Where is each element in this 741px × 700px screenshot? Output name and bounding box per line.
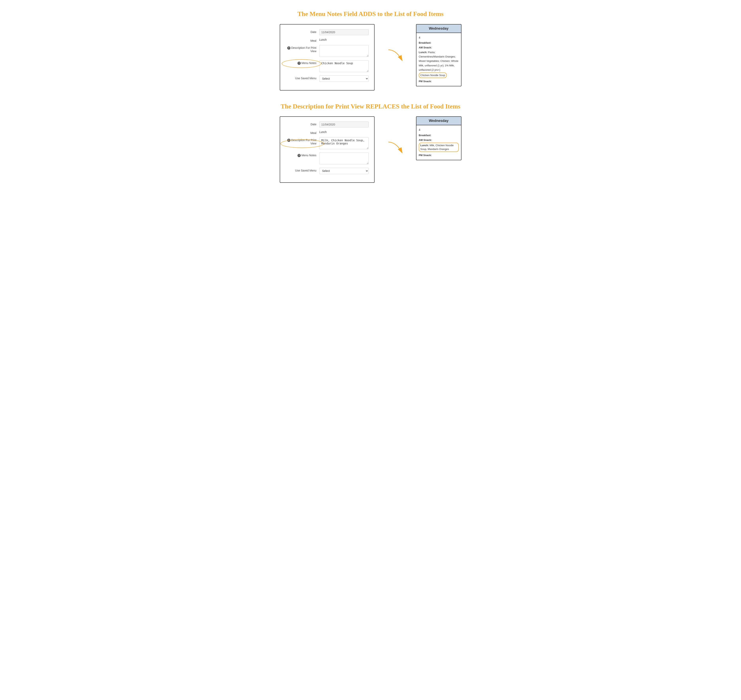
section2-date-control: [319, 122, 369, 128]
section2-date-label: Date: [286, 122, 319, 126]
section1-savedmenu-label: Use Saved Menu: [286, 75, 319, 80]
section2-notes-row: ?Menu Notes: [286, 153, 369, 165]
section2-form-wrapper: Date Meal Lunch ?Description For Print V…: [280, 116, 375, 183]
section1-date-label: Date: [286, 29, 319, 34]
section1-arrow-svg: [387, 48, 404, 63]
section2-meal-control: Lunch: [319, 130, 369, 134]
section2-savedmenu-row: Use Saved Menu Select: [286, 168, 369, 174]
section2-cal-lunch-oval: Lunch: Milk, Chicken Noodle Soup, Mandar…: [419, 143, 459, 152]
section2-cal-daynum: 4: [419, 127, 459, 132]
section2-notes-control: [319, 153, 369, 165]
section2-notes-help-icon[interactable]: ?: [297, 154, 301, 157]
section1-cal-daynum: 4: [419, 35, 459, 40]
section1-cal-body: 4 Breakfast: AM Snack: Lunch: Pasta; Cle…: [416, 33, 461, 86]
section2-meal-label: Meal: [286, 130, 319, 135]
section2-cal-amsnack: AM Snack:: [419, 138, 459, 142]
section1-cal-pmsnack: PM Snack:: [419, 79, 459, 84]
section2-notes-label: ?Menu Notes: [286, 153, 319, 157]
section1-meal-value: Lunch: [319, 37, 327, 41]
section1-form-panel: Date Meal Lunch ?Description For Print V…: [280, 24, 375, 91]
section2-notes-textarea[interactable]: [319, 153, 369, 165]
section2-savedmenu-label: Use Saved Menu: [286, 168, 319, 172]
section1-desc-help-icon[interactable]: ?: [287, 46, 290, 50]
section1-meal-row: Meal Lunch: [286, 38, 369, 42]
section1-notes-row: ?Menu Notes Chicken Noodle Soup: [286, 60, 369, 73]
section1-date-row: Date: [286, 29, 369, 35]
section1-date-input[interactable]: [319, 29, 369, 35]
section2-cal-body: 4 Breakfast: AM Snack: Lunch: Milk, Chic…: [416, 125, 461, 160]
section1-cal-lunch-extra: Chicken Noodle Soup: [419, 72, 459, 78]
section2-cal-panel: Wednesday 4 Breakfast: AM Snack: Lunch: …: [416, 116, 462, 160]
section1-savedmenu-select[interactable]: Select: [319, 75, 369, 82]
section1-title: The Menu Notes Field ADDS to the List of…: [8, 10, 733, 18]
section2-form-panel: Date Meal Lunch ?Description For Print V…: [280, 116, 375, 183]
section2-arrow: [387, 140, 404, 156]
section1-desc-row: ?Description For Print View: [286, 45, 369, 57]
section1-cal-wrapper: Wednesday 4 Breakfast: AM Snack: Lunch: …: [416, 24, 462, 86]
section2-cal-pmsnack: PM Snack:: [419, 153, 459, 157]
section1-savedmenu-row: Use Saved Menu Select: [286, 75, 369, 82]
section2-cal-lunch: Lunch: Milk, Chicken Noodle Soup, Mandar…: [419, 143, 459, 152]
section1-meal-control: Lunch: [319, 38, 369, 41]
section1-cal-header: Wednesday: [416, 25, 461, 33]
section2-cal-header: Wednesday: [416, 117, 461, 125]
section1-cal-panel: Wednesday 4 Breakfast: AM Snack: Lunch: …: [416, 24, 462, 86]
section2-meal-value: Lunch: [319, 129, 327, 134]
section1-date-control: [319, 29, 369, 35]
section2-desc-help-icon[interactable]: ?: [287, 139, 290, 142]
section1-cal-breakfast: Breakfast:: [419, 41, 459, 45]
section2-title: The Description for Print View REPLACES …: [8, 102, 733, 111]
section2-desc-textarea[interactable]: Milk, Chicken Noodle Soup, Mandarin Oran…: [319, 137, 369, 149]
section2-date-row: Date: [286, 122, 369, 128]
section1-notes-label: ?Menu Notes: [286, 60, 319, 65]
section1-cal-amsnack: AM Snack:: [419, 46, 459, 50]
section2-desc-control: Milk, Chicken Noodle Soup, Mandarin Oran…: [319, 137, 369, 150]
section2-arrow-svg: [387, 140, 404, 156]
section1-notes-textarea[interactable]: Chicken Noodle Soup: [319, 60, 369, 72]
section1-form-wrapper: Date Meal Lunch ?Description For Print V…: [280, 24, 375, 91]
section2-savedmenu-control: Select: [319, 168, 369, 174]
section2-demo-row: Date Meal Lunch ?Description For Print V…: [8, 116, 733, 183]
section1-cal-lunch-extra-oval: Chicken Noodle Soup: [419, 72, 447, 78]
section1-demo-row: Date Meal Lunch ?Description For Print V…: [8, 24, 733, 91]
section2-meal-row: Meal Lunch: [286, 130, 369, 135]
section1-notes-help-icon[interactable]: ?: [297, 62, 301, 65]
section1-arrow: [387, 48, 404, 63]
section2-cal-breakfast: Breakfast:: [419, 133, 459, 138]
section1-desc-control: [319, 45, 369, 57]
section2-desc-label: ?Description For Print View: [286, 137, 319, 145]
section1-desc-textarea[interactable]: [319, 45, 369, 57]
section2-desc-row: ?Description For Print View Milk, Chicke…: [286, 137, 369, 150]
section1-notes-control: Chicken Noodle Soup: [319, 60, 369, 73]
section1-meal-label: Meal: [286, 38, 319, 42]
section1-cal-lunch: Lunch: Pasta; Clementines/Mandarin Orang…: [419, 50, 459, 72]
section1-savedmenu-control: Select: [319, 75, 369, 82]
section2-cal-wrapper: Wednesday 4 Breakfast: AM Snack: Lunch: …: [416, 116, 462, 160]
section2-date-input[interactable]: [319, 122, 369, 128]
section1-desc-label: ?Description For Print View: [286, 45, 319, 53]
section2-savedmenu-select[interactable]: Select: [319, 168, 369, 174]
